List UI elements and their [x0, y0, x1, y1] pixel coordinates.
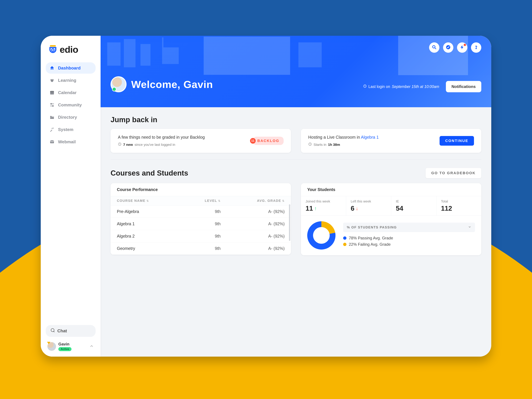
backlog-since: since you've last logged in [134, 143, 175, 147]
backlog-button[interactable]: 11 BACKLOG [253, 137, 284, 145]
student-stats: Joined this week 11↑ Left this week 6↓ I… [301, 196, 481, 216]
divider [111, 159, 481, 160]
legend-failing: 22% Failing Avg. Grade [343, 242, 475, 247]
sort-icon: ⇅ [146, 200, 149, 202]
sidebar-item-label: System [58, 127, 74, 132]
stat-left: Left this week 6↓ [346, 196, 391, 215]
svg-rect-12 [50, 117, 54, 118]
legend-passing: 78% Passing Avg. Grade [343, 236, 475, 241]
th-course-name[interactable]: COURSE NAME⇅ [111, 196, 182, 205]
home-icon [49, 65, 55, 71]
table-row[interactable]: Algebra 29thA- (92%) [111, 230, 291, 242]
sidebar-item-webmail[interactable]: Webmail [46, 136, 95, 147]
stat-ie: IE 54 [391, 196, 437, 215]
tasks-button[interactable] [443, 42, 453, 53]
sidebar-item-learning[interactable]: Learning [46, 75, 95, 86]
sidebar-item-label: Webmail [58, 139, 76, 145]
check-icon [446, 45, 451, 50]
clock-icon [308, 142, 312, 147]
sidebar-item-system[interactable]: System [46, 124, 95, 135]
app-window: edio Dashboard Learning Calendar Communi… [41, 36, 491, 357]
section-title-jump: Jump back in [111, 115, 481, 124]
svg-point-17 [476, 48, 476, 49]
passing-donut-chart [307, 221, 336, 250]
trend-down-icon: ↓ [356, 206, 358, 211]
live-class-card: Hosting a Live Classroom in Algebra 1 St… [301, 129, 481, 153]
sort-icon: ⇅ [218, 200, 221, 202]
sidebar-item-dashboard[interactable]: Dashboard [46, 62, 95, 74]
hero-banner: Welcome, Gavin Last login on September 1… [101, 36, 491, 107]
sidebar-nav: Dashboard Learning Calendar Community Di… [46, 62, 95, 147]
last-login: Last login on September 15th at 10:00am [363, 84, 439, 89]
th-level[interactable]: LEVEL⇅ [182, 196, 227, 205]
table-row[interactable]: Pre-Algebra9thA- (92%) [111, 205, 291, 218]
sidebar-item-label: Learning [58, 78, 76, 83]
chat-icon [50, 328, 55, 334]
panel-title: Course Performance [111, 183, 291, 196]
notifications-button[interactable]: Notifications [446, 81, 481, 92]
panel-title: Your Students [301, 183, 481, 196]
backlog-desc: A few things need to be graded in your B… [118, 135, 205, 140]
table-row[interactable]: Geometry9thA- (92%) [111, 242, 291, 255]
scrollbar[interactable] [289, 204, 290, 241]
backlog-card: A few things need to be graded in your B… [111, 129, 291, 153]
section-title-courses: Courses and Students [111, 169, 188, 177]
stat-joined: Joined this week 11↑ [301, 196, 346, 215]
sidebar-item-label: Directory [58, 115, 77, 120]
svg-rect-7 [53, 91, 53, 92]
svg-rect-5 [50, 91, 54, 92]
metric-dropdown[interactable]: % OF STUDENTS PASSING [343, 223, 475, 232]
course-performance-panel: Course Performance COURSE NAME⇅ LEVEL⇅ A… [111, 183, 291, 255]
th-grade[interactable]: AVG. GRADE⇅ [227, 196, 291, 205]
user-menu[interactable]: Gavin Active [46, 341, 95, 352]
clock-icon [363, 84, 367, 89]
legend-dot-icon [343, 236, 347, 240]
backlog-button-label: BACKLOG [257, 139, 279, 143]
svg-point-1 [52, 49, 54, 51]
main: Welcome, Gavin Last login on September 1… [101, 36, 491, 357]
continue-button[interactable]: CONTINUE [440, 136, 474, 146]
sliders-icon [49, 102, 55, 108]
brand-logo[interactable]: edio [46, 44, 95, 55]
svg-rect-6 [51, 91, 51, 92]
chevron-up-icon [89, 344, 94, 349]
notification-dot [464, 44, 466, 46]
folder-icon [49, 114, 55, 120]
table-row[interactable]: Algebra 19thA- (92%) [111, 218, 291, 230]
backlog-sub: 7 new since you've last logged in [118, 142, 205, 147]
logo-icon [48, 45, 58, 54]
backlog-count-badge: 11 [250, 138, 256, 144]
search-button[interactable] [429, 42, 439, 53]
sort-icon: ⇅ [282, 200, 285, 202]
sidebar-item-label: Dashboard [58, 65, 81, 71]
sidebar-item-community[interactable]: Community [46, 99, 95, 111]
mail-icon [49, 139, 55, 145]
students-panel: Your Students Joined this week 11↑ Left … [301, 183, 481, 255]
last-login-prefix: Last login on [368, 84, 390, 89]
clock-icon [118, 142, 121, 147]
content: Jump back in A few things need to be gra… [101, 107, 491, 357]
svg-point-9 [51, 103, 52, 104]
search-icon [432, 45, 437, 50]
backlog-new-count: 7 new [123, 143, 133, 147]
svg-line-15 [435, 48, 436, 49]
hero-illustration [101, 36, 491, 75]
top-action-bar [429, 42, 481, 53]
sidebar-item-calendar[interactable]: Calendar [46, 87, 95, 98]
avatar [111, 76, 127, 92]
avatar [47, 342, 56, 351]
course-table: COURSE NAME⇅ LEVEL⇅ AVG. GRADE⇅ Pre-Alge… [111, 196, 291, 255]
activity-button[interactable] [457, 42, 467, 53]
stat-total: Total 112 [437, 196, 481, 215]
svg-rect-0 [50, 45, 56, 47]
chat-button[interactable]: Chat [46, 325, 95, 337]
go-to-gradebook-button[interactable]: GO TO GRADEBOOK [426, 168, 481, 178]
sidebar: edio Dashboard Learning Calendar Communi… [41, 36, 101, 357]
svg-point-11 [52, 105, 53, 106]
user-name: Gavin [58, 342, 71, 347]
tools-icon [49, 127, 55, 132]
sidebar-item-directory[interactable]: Directory [46, 112, 95, 123]
brand-name: edio [60, 44, 78, 55]
help-button[interactable] [471, 42, 481, 53]
live-course-link[interactable]: Algebra 1 [361, 135, 379, 139]
